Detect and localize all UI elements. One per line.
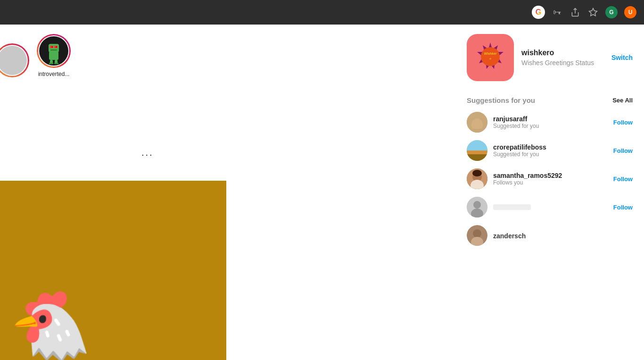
svg-rect-1 — [49, 51, 58, 60]
story-item-cropped[interactable] — [0, 43, 29, 77]
reason-ranjusaraff: Suggested for you — [493, 123, 608, 129]
wishkero-info: wishkero Wishes Greetings Status — [521, 49, 604, 67]
username-samantha: samantha_ramos5292 — [493, 172, 608, 179]
stories-row: introverted... — [0, 34, 455, 77]
wishkero-logo: Wishker o — [467, 34, 514, 81]
avatar-samantha — [467, 168, 487, 189]
svg-point-26 — [472, 170, 482, 176]
reason-samantha: Follows you — [493, 179, 608, 186]
svg-rect-10 — [49, 63, 53, 64]
wishkero-name: wishkero — [521, 49, 604, 57]
story-ring-inner — [38, 35, 69, 67]
suggestion-item-ranjusaraff: ranjusaraff Suggested for you Follow — [467, 112, 633, 133]
suggestion-item-unknown: Follow — [467, 197, 633, 218]
reason-crorepatilifeboss: Suggested for you — [493, 151, 608, 158]
follow-button-samantha[interactable]: Follow — [613, 176, 633, 183]
suggestion-item-zandersch: zandersch — [467, 225, 633, 246]
star-icon[interactable] — [587, 7, 599, 18]
svg-rect-7 — [50, 50, 57, 50]
suggestion-info-samantha: samantha_ramos5292 Follows you — [493, 172, 608, 186]
google-icon[interactable]: G — [532, 6, 545, 19]
suggestion-info-ranjusaraff: ranjusaraff Suggested for you — [493, 115, 608, 129]
avatar-crorepatilifeboss — [467, 140, 487, 161]
follow-button-ranjusaraff[interactable]: Follow — [613, 119, 633, 126]
svg-rect-6 — [56, 46, 57, 48]
browser-chrome: G 🗝 G U — [0, 0, 644, 25]
more-options-dots[interactable]: ... — [141, 147, 154, 158]
svg-text:Wishker: Wishker — [484, 52, 497, 55]
username-unknown — [493, 204, 531, 210]
svg-rect-22 — [467, 140, 487, 151]
svg-text:o: o — [489, 57, 491, 60]
main-content: introverted... ... 🐔 — [0, 25, 644, 360]
share-icon[interactable] — [570, 7, 581, 18]
svg-rect-21 — [467, 154, 487, 161]
username-zandersch: zandersch — [493, 232, 633, 240]
suggestion-item-samantha: samantha_ramos5292 Follows you Follow — [467, 168, 633, 189]
svg-point-32 — [473, 229, 481, 238]
suggestion-item-crorepatilifeboss: crorepatilifeboss Suggested for you Foll… — [467, 140, 633, 161]
see-all-button[interactable]: See All — [612, 97, 633, 104]
story-item-introverted[interactable]: introverted... — [37, 34, 71, 77]
follow-button-unknown[interactable]: Follow — [613, 204, 633, 211]
feed-area: introverted... ... 🐔 — [0, 25, 455, 360]
wishkero-description: Wishes Greetings Status — [521, 59, 604, 67]
right-sidebar: Wishker o wishkero Wishes Greetings Stat… — [455, 25, 644, 360]
suggestion-info-unknown — [493, 204, 608, 210]
wishkero-section: Wishker o wishkero Wishes Greetings Stat… — [467, 34, 633, 85]
username-ranjusaraff: ranjusaraff — [493, 115, 608, 123]
svg-point-29 — [473, 201, 481, 209]
suggestions-header: Suggestions for you See All — [467, 96, 633, 104]
story-label-introverted: introverted... — [38, 71, 70, 77]
story-ring — [37, 34, 71, 68]
svg-rect-18 — [471, 129, 483, 133]
svg-rect-11 — [54, 63, 58, 64]
svg-rect-5 — [51, 46, 53, 48]
switch-button[interactable]: Switch — [611, 54, 633, 61]
user-avatar-green[interactable]: G — [605, 6, 618, 18]
suggestion-info-crorepatilifeboss: crorepatilifeboss Suggested for you — [493, 143, 608, 158]
suggestions-title: Suggestions for you — [467, 96, 535, 104]
username-crorepatilifeboss: crorepatilifeboss — [493, 143, 608, 151]
svg-point-13 — [481, 47, 500, 66]
key-icon[interactable]: 🗝 — [552, 7, 563, 18]
google-letter: G — [536, 8, 541, 17]
svg-marker-0 — [589, 8, 597, 16]
user-avatar-orange[interactable]: U — [624, 6, 636, 18]
post-image: 🐔 — [0, 181, 226, 360]
suggestion-info-zandersch: zandersch — [493, 231, 633, 240]
avatar-unknown — [467, 197, 487, 218]
avatar-ranjusaraff — [467, 112, 487, 133]
chicken-image: 🐔 — [9, 287, 92, 360]
story-avatar-introverted — [39, 36, 68, 66]
follow-button-crorepatilifeboss[interactable]: Follow — [613, 147, 633, 154]
avatar-zandersch — [467, 225, 487, 246]
svg-rect-2 — [49, 44, 59, 52]
